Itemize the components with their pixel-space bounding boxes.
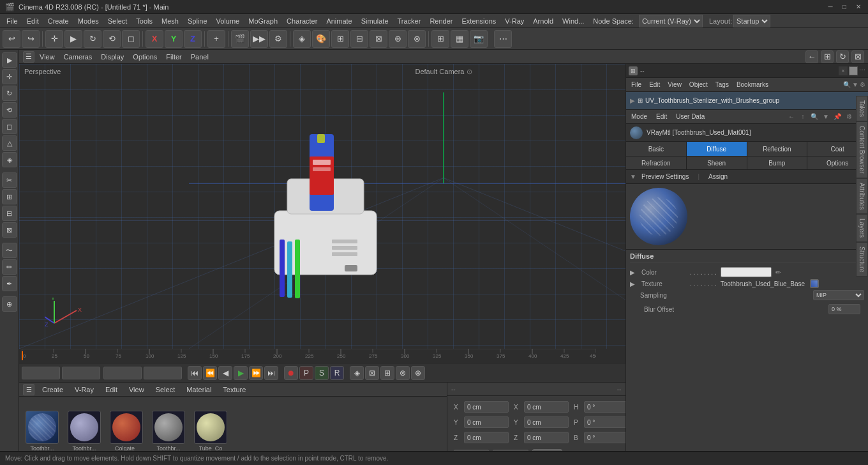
texture-view[interactable]: ▦ xyxy=(451,30,468,48)
go-end-button[interactable]: ⏭ xyxy=(264,366,278,380)
attr-back[interactable]: ← xyxy=(786,112,797,122)
lt-poly[interactable]: ◻ xyxy=(2,119,17,134)
menu-spline[interactable]: Spline xyxy=(184,16,211,26)
add-object[interactable]: + xyxy=(207,30,225,48)
close-button[interactable]: ✕ xyxy=(854,3,863,11)
menu-tools[interactable]: Tools xyxy=(132,16,156,26)
select-tool[interactable]: ▶ xyxy=(64,30,82,48)
frame-out-input[interactable]: 90 F xyxy=(144,367,182,379)
record-btn[interactable]: ⏺ xyxy=(284,366,298,380)
attr-mode[interactable]: Mode xyxy=(629,112,650,121)
play-button[interactable]: ▶ xyxy=(234,366,248,380)
lt-knife[interactable]: ✂ xyxy=(2,172,17,188)
tab-reflection[interactable]: Reflection xyxy=(747,142,808,156)
attr-userdata[interactable]: User Data xyxy=(673,112,707,121)
key-del-btn[interactable]: ⊗ xyxy=(396,366,410,380)
lt-edge[interactable]: △ xyxy=(2,135,17,151)
frame-max-input[interactable]: 90 F xyxy=(103,367,142,379)
boolean[interactable]: ⊕ xyxy=(389,30,407,48)
key-prev-btn[interactable]: ⊠ xyxy=(365,366,379,380)
scale-tool[interactable]: ⟲ xyxy=(103,30,121,48)
tab-takes[interactable]: Takes xyxy=(856,96,868,121)
tab-basic[interactable]: Basic xyxy=(626,142,687,156)
menu-vray[interactable]: V-Ray xyxy=(501,16,528,26)
menu-arnold[interactable]: Arnold xyxy=(529,16,557,26)
lt-bevel[interactable]: ⊟ xyxy=(2,206,17,221)
lt-move[interactable]: ✛ xyxy=(2,69,17,84)
vp-ctrl1[interactable]: ← xyxy=(805,50,818,63)
redo-button[interactable]: ↪ xyxy=(22,30,40,48)
hier-bookmarks[interactable]: Bookmarks xyxy=(734,80,771,89)
pos-x-input[interactable] xyxy=(464,401,509,413)
mat-vray[interactable]: V-Ray xyxy=(71,385,98,395)
mat-item-1[interactable]: Toothbr... xyxy=(23,411,61,452)
hier-settings[interactable]: ⚙ xyxy=(860,81,865,88)
record-scale-btn[interactable]: S xyxy=(315,366,329,380)
menu-extensions[interactable]: Extensions xyxy=(458,16,500,26)
mat-menu-toggle[interactable]: ☰ xyxy=(23,384,34,395)
hier-search[interactable]: 🔍 xyxy=(843,81,851,88)
menu-simulate[interactable]: Simulate xyxy=(357,16,393,26)
attr-settings2[interactable]: ⚙ xyxy=(844,112,854,122)
hier-filter[interactable]: ▼ xyxy=(852,81,858,88)
pos-z-input[interactable] xyxy=(464,432,509,443)
menu-volume[interactable]: Volume xyxy=(213,16,244,26)
lt-rotate[interactable]: ↻ xyxy=(2,86,17,101)
prev-frame-button[interactable]: ⏪ xyxy=(203,366,217,380)
play-back-button[interactable]: ◀ xyxy=(218,366,232,380)
subtab-refraction[interactable]: Refraction xyxy=(626,156,687,169)
obj-group[interactable]: ⊞ xyxy=(331,30,349,48)
next-frame-button[interactable]: ⏩ xyxy=(249,366,263,380)
subtab-bump[interactable]: Bump xyxy=(747,156,808,169)
lt-sketch[interactable]: ✒ xyxy=(2,276,17,291)
vp-display[interactable]: Display xyxy=(97,52,128,62)
vp-options[interactable]: Options xyxy=(129,52,161,62)
menu-mograph[interactable]: MoGraph xyxy=(244,16,281,26)
undo-button[interactable]: ↩ xyxy=(3,30,20,48)
mat-item-3[interactable]: Colgate_ xyxy=(107,411,146,452)
minimize-button[interactable]: ─ xyxy=(826,3,835,11)
color-box[interactable] xyxy=(721,267,772,277)
tab-diffuse[interactable]: Diffuse xyxy=(687,142,747,156)
attr-filter[interactable]: ▼ xyxy=(821,112,831,122)
vp-ctrl2[interactable]: ⊞ xyxy=(821,50,834,63)
key-type-btn[interactable]: ◈ xyxy=(350,366,364,380)
tab-structure[interactable]: Structure xyxy=(856,242,868,277)
tab-attributes[interactable]: Attributes xyxy=(856,178,868,214)
menu-create[interactable]: Create xyxy=(44,16,73,26)
selected-object-row[interactable]: ▶ ⊞ UV_Toothbrush_Sterilizer_with_Brushe… xyxy=(626,92,868,110)
preview-settings-link[interactable]: Preview Settings xyxy=(641,173,689,180)
mat-edit[interactable]: Edit xyxy=(101,385,121,395)
mat-texture[interactable]: Texture xyxy=(219,385,250,395)
lt-pen[interactable]: ✏ xyxy=(2,259,17,275)
hier-object[interactable]: Object xyxy=(687,80,710,89)
rot-p-input[interactable] xyxy=(584,416,629,428)
extra-btn[interactable]: ⋯ xyxy=(494,30,512,48)
texture-thumb[interactable] xyxy=(810,279,819,288)
x-axis[interactable]: X xyxy=(146,30,163,48)
hier-view[interactable]: View xyxy=(665,80,684,89)
vp-ctrl4[interactable]: ⊠ xyxy=(851,50,864,63)
menu-modes[interactable]: Modes xyxy=(74,16,103,26)
tab-layers[interactable]: Layers xyxy=(856,214,868,242)
menu-file[interactable]: File xyxy=(3,16,22,26)
move-tool[interactable]: ✛ xyxy=(45,30,63,48)
vp-view[interactable]: View xyxy=(36,52,59,62)
vp-panel[interactable]: Panel xyxy=(187,52,213,62)
mat-view[interactable]: View xyxy=(125,385,148,395)
record-rot-btn[interactable]: R xyxy=(330,366,344,380)
camera-obj[interactable]: 📷 xyxy=(470,30,488,48)
lt-scale[interactable]: ⟲ xyxy=(2,102,17,118)
maximize-button[interactable]: □ xyxy=(840,3,849,11)
menu-edit[interactable]: Edit xyxy=(23,16,43,26)
blur-input[interactable] xyxy=(828,304,860,314)
rot-h-input[interactable] xyxy=(584,401,629,413)
color-expand[interactable]: ▶ xyxy=(630,269,635,276)
hier-edit[interactable]: Edit xyxy=(647,80,662,89)
pos-y-input[interactable] xyxy=(464,416,509,428)
attr-pin[interactable]: 📌 xyxy=(832,112,842,122)
scale-x-input[interactable] xyxy=(524,401,569,413)
render-settings[interactable]: ⚙ xyxy=(269,30,287,48)
lt-extrude[interactable]: ⊞ xyxy=(2,189,17,204)
mat-item-5[interactable]: Tube_Co xyxy=(191,411,230,452)
